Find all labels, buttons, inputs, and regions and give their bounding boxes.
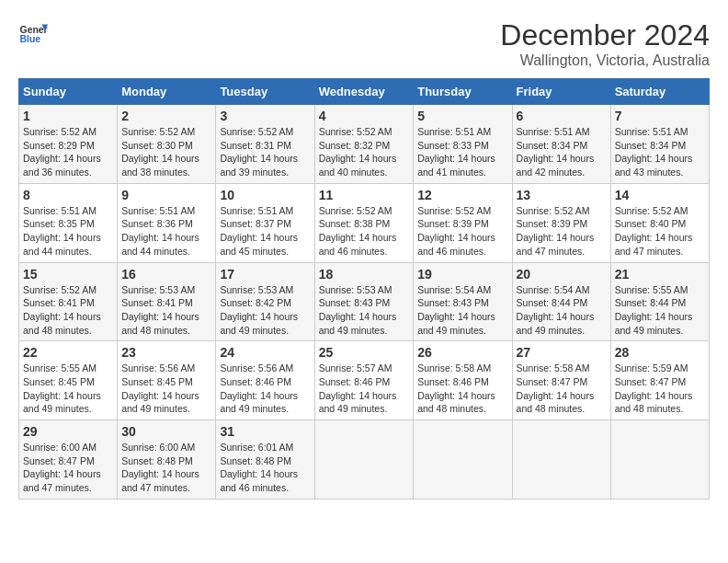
calendar-cell: 31Sunrise: 6:01 AM Sunset: 8:48 PM Dayli… [216,420,314,500]
day-number: 2 [121,109,211,123]
calendar-cell: 28Sunrise: 5:59 AM Sunset: 8:47 PM Dayli… [610,341,709,420]
header-tuesday: Tuesday [216,79,314,105]
day-number: 24 [220,345,310,360]
calendar-cell [610,420,709,500]
calendar-week-row: 22Sunrise: 5:55 AM Sunset: 8:45 PM Dayli… [19,341,710,420]
day-number: 13 [517,188,607,202]
day-number: 23 [121,345,211,360]
day-number: 25 [319,345,410,360]
title-block: December 2024 Wallington, Victoria, Aust… [500,18,710,69]
day-number: 15 [23,267,113,282]
day-info: Sunrise: 5:51 AM Sunset: 8:37 PM Dayligh… [220,204,310,259]
header-sunday: Sunday [19,79,118,105]
calendar-cell: 11Sunrise: 5:52 AM Sunset: 8:38 PM Dayli… [314,183,414,262]
day-number: 6 [517,109,607,123]
calendar-cell: 24Sunrise: 5:56 AM Sunset: 8:46 PM Dayli… [216,341,314,420]
calendar-cell: 15Sunrise: 5:52 AM Sunset: 8:41 PM Dayli… [19,262,118,341]
day-number: 20 [517,267,607,282]
day-info: Sunrise: 5:54 AM Sunset: 8:44 PM Dayligh… [517,283,607,338]
calendar-week-row: 29Sunrise: 6:00 AM Sunset: 8:47 PM Dayli… [19,420,710,500]
calendar-cell: 13Sunrise: 5:52 AM Sunset: 8:39 PM Dayli… [512,183,610,262]
day-number: 7 [615,109,705,123]
day-number: 10 [220,188,310,202]
day-info: Sunrise: 5:51 AM Sunset: 8:35 PM Dayligh… [23,204,113,259]
calendar-cell: 17Sunrise: 5:53 AM Sunset: 8:42 PM Dayli… [216,262,314,341]
calendar-cell [414,420,512,500]
page-header: General Blue December 2024 Wallington, V… [18,18,710,69]
day-number: 28 [615,345,705,360]
calendar-week-row: 8Sunrise: 5:51 AM Sunset: 8:35 PM Daylig… [19,183,710,262]
day-info: Sunrise: 5:54 AM Sunset: 8:43 PM Dayligh… [417,283,507,338]
svg-text:Blue: Blue [20,34,41,44]
day-number: 31 [220,424,310,439]
day-info: Sunrise: 6:01 AM Sunset: 8:48 PM Dayligh… [220,441,310,495]
day-info: Sunrise: 5:55 AM Sunset: 8:45 PM Dayligh… [23,362,113,416]
day-number: 9 [121,188,211,202]
logo-icon: General Blue [18,18,48,48]
day-info: Sunrise: 5:56 AM Sunset: 8:45 PM Dayligh… [121,362,211,416]
calendar-cell: 4Sunrise: 5:52 AM Sunset: 8:32 PM Daylig… [314,105,414,184]
month-title: December 2024 [500,18,710,52]
calendar-cell: 2Sunrise: 5:52 AM Sunset: 8:30 PM Daylig… [118,105,216,184]
header-thursday: Thursday [414,79,512,105]
day-info: Sunrise: 5:53 AM Sunset: 8:41 PM Dayligh… [121,283,211,338]
calendar-cell: 8Sunrise: 5:51 AM Sunset: 8:35 PM Daylig… [19,183,118,262]
header-saturday: Saturday [610,79,709,105]
calendar-cell: 20Sunrise: 5:54 AM Sunset: 8:44 PM Dayli… [512,262,610,341]
calendar-cell: 21Sunrise: 5:55 AM Sunset: 8:44 PM Dayli… [610,262,709,341]
day-number: 21 [615,267,705,282]
day-number: 27 [517,345,607,360]
calendar-cell: 22Sunrise: 5:55 AM Sunset: 8:45 PM Dayli… [19,341,118,420]
day-info: Sunrise: 5:52 AM Sunset: 8:39 PM Dayligh… [417,204,507,259]
calendar-cell: 5Sunrise: 5:51 AM Sunset: 8:33 PM Daylig… [414,105,512,184]
day-info: Sunrise: 5:51 AM Sunset: 8:33 PM Dayligh… [417,125,507,179]
day-number: 19 [417,267,507,282]
day-number: 18 [319,267,410,282]
calendar-cell [512,420,610,500]
calendar-cell: 19Sunrise: 5:54 AM Sunset: 8:43 PM Dayli… [414,262,512,341]
calendar-cell: 12Sunrise: 5:52 AM Sunset: 8:39 PM Dayli… [414,183,512,262]
calendar-week-row: 15Sunrise: 5:52 AM Sunset: 8:41 PM Dayli… [19,262,710,341]
day-number: 16 [121,267,211,282]
day-number: 26 [417,345,507,360]
day-info: Sunrise: 5:52 AM Sunset: 8:30 PM Dayligh… [121,125,211,179]
calendar-week-row: 1Sunrise: 5:52 AM Sunset: 8:29 PM Daylig… [19,105,710,184]
day-number: 8 [23,188,113,202]
day-info: Sunrise: 5:52 AM Sunset: 8:39 PM Dayligh… [517,204,607,259]
calendar-cell: 25Sunrise: 5:57 AM Sunset: 8:46 PM Dayli… [314,341,414,420]
day-info: Sunrise: 5:52 AM Sunset: 8:29 PM Dayligh… [23,125,113,179]
day-info: Sunrise: 5:58 AM Sunset: 8:46 PM Dayligh… [417,362,507,416]
calendar-cell [314,420,414,500]
calendar-cell: 27Sunrise: 5:58 AM Sunset: 8:47 PM Dayli… [512,341,610,420]
calendar-cell: 14Sunrise: 5:52 AM Sunset: 8:40 PM Dayli… [610,183,709,262]
day-number: 17 [220,267,310,282]
day-info: Sunrise: 5:58 AM Sunset: 8:47 PM Dayligh… [517,362,607,416]
day-number: 12 [417,188,507,202]
day-info: Sunrise: 6:00 AM Sunset: 8:47 PM Dayligh… [23,441,113,495]
calendar-cell: 10Sunrise: 5:51 AM Sunset: 8:37 PM Dayli… [216,183,314,262]
header-monday: Monday [118,79,216,105]
calendar-cell: 9Sunrise: 5:51 AM Sunset: 8:36 PM Daylig… [118,183,216,262]
day-info: Sunrise: 5:56 AM Sunset: 8:46 PM Dayligh… [220,362,310,416]
day-info: Sunrise: 5:52 AM Sunset: 8:31 PM Dayligh… [220,125,310,179]
day-number: 29 [23,424,113,439]
day-number: 1 [23,109,113,123]
calendar-cell: 26Sunrise: 5:58 AM Sunset: 8:46 PM Dayli… [414,341,512,420]
day-info: Sunrise: 5:52 AM Sunset: 8:32 PM Dayligh… [319,125,410,179]
calendar-cell: 16Sunrise: 5:53 AM Sunset: 8:41 PM Dayli… [118,262,216,341]
calendar-cell: 29Sunrise: 6:00 AM Sunset: 8:47 PM Dayli… [19,420,118,500]
day-info: Sunrise: 5:55 AM Sunset: 8:44 PM Dayligh… [615,283,705,338]
day-info: Sunrise: 5:52 AM Sunset: 8:40 PM Dayligh… [615,204,705,259]
calendar-table: Sunday Monday Tuesday Wednesday Thursday… [18,78,710,500]
day-info: Sunrise: 5:59 AM Sunset: 8:47 PM Dayligh… [615,362,705,416]
day-info: Sunrise: 5:53 AM Sunset: 8:43 PM Dayligh… [319,283,410,338]
day-info: Sunrise: 5:51 AM Sunset: 8:36 PM Dayligh… [121,204,211,259]
day-info: Sunrise: 5:52 AM Sunset: 8:41 PM Dayligh… [23,283,113,338]
header-friday: Friday [512,79,610,105]
day-number: 11 [319,188,410,202]
calendar-cell: 6Sunrise: 5:51 AM Sunset: 8:34 PM Daylig… [512,105,610,184]
header-wednesday: Wednesday [314,79,414,105]
day-number: 4 [319,109,410,123]
day-info: Sunrise: 5:53 AM Sunset: 8:42 PM Dayligh… [220,283,310,338]
day-info: Sunrise: 5:51 AM Sunset: 8:34 PM Dayligh… [615,125,705,179]
